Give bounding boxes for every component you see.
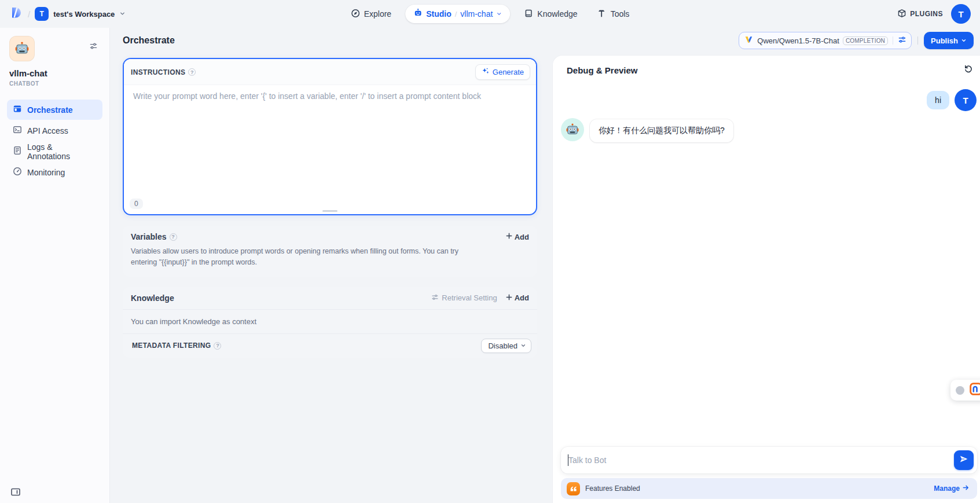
plus-icon: [505, 293, 513, 303]
variables-description: Variables allow users to introduce promp…: [123, 245, 493, 277]
chat-footer: Features Enabled Manage: [561, 447, 977, 499]
text-caret: [568, 454, 568, 466]
resize-handle[interactable]: [322, 210, 337, 212]
model-params-icon[interactable]: [898, 35, 906, 46]
chevron-down-icon: [520, 342, 526, 350]
plus-icon: [505, 232, 513, 241]
sidebar-item-api-access[interactable]: API Access: [7, 120, 102, 141]
help-icon[interactable]: [170, 233, 177, 241]
book-icon: [524, 9, 533, 20]
instructions-title: INSTRUCTIONS: [131, 68, 185, 76]
bot-message-bubble: 你好！有什么问题我可以帮助你吗?: [590, 119, 733, 142]
prompt-placeholder: Write your prompt word here, enter '{' t…: [133, 91, 481, 101]
generate-label: Generate: [493, 68, 524, 76]
help-icon[interactable]: [188, 68, 196, 76]
add-variable-button[interactable]: Add: [505, 232, 529, 241]
user-message-bubble: hi: [927, 91, 949, 109]
retrieval-setting-label: Retrieval Setting: [442, 293, 497, 302]
hammer-icon: [597, 9, 607, 20]
package-icon: [897, 9, 906, 20]
chat-input[interactable]: [561, 447, 977, 473]
gauge-icon: [13, 167, 22, 178]
robot-icon: [413, 8, 423, 20]
explore-icon: [351, 9, 360, 20]
model-selector[interactable]: Qwen/Qwen1.5-7B-Chat COMPLETION: [739, 32, 912, 49]
sidebar-item-label: API Access: [27, 126, 68, 135]
add-knowledge-button[interactable]: Add: [505, 293, 529, 303]
instructions-card: INSTRUCTIONS Generate Write your prompt …: [123, 58, 537, 215]
page-title: Orchestrate: [123, 35, 175, 46]
model-mode-badge: COMPLETION: [843, 36, 888, 45]
sidebar-item-label: Orchestrate: [27, 105, 73, 115]
nav-current-app[interactable]: vllm-chat: [460, 9, 493, 19]
chat-area: hi T 你好！有什么问题我可以帮助你吗?: [561, 81, 977, 427]
dify-logo[interactable]: [9, 6, 23, 22]
nav-knowledge[interactable]: Knowledge: [518, 5, 583, 23]
nav-tools-label: Tools: [611, 9, 630, 19]
app-icon[interactable]: [9, 36, 35, 61]
model-name: Qwen/Qwen1.5-7B-Chat: [757, 36, 839, 45]
document-list-icon: [13, 146, 22, 157]
add-variable-label: Add: [515, 233, 529, 241]
metadata-filtering-row: METADATA FILTERING Disabled: [123, 333, 537, 358]
variables-title: Variables: [131, 232, 167, 241]
sidebar-item-label: Logs & Annotations: [27, 142, 97, 161]
sidebar-item-label: Monitoring: [27, 168, 65, 177]
chevron-down-icon[interactable]: [496, 9, 502, 19]
plugins-label: PLUGINS: [910, 10, 943, 18]
bot-chat-avatar: [561, 118, 584, 141]
knowledge-card: Knowledge Retrieval Setting Add You can …: [123, 287, 537, 358]
sidebar-item-monitoring[interactable]: Monitoring: [7, 162, 102, 182]
debug-preview-title: Debug & Preview: [567, 65, 638, 75]
terminal-icon: [13, 125, 22, 136]
extension-logo-icon[interactable]: [970, 383, 980, 398]
publish-button[interactable]: Publish: [924, 32, 974, 49]
app-type-label: CHATBOT: [9, 80, 100, 87]
sidebar-item-orchestrate[interactable]: Orchestrate: [7, 100, 102, 120]
user-chat-avatar: T: [955, 89, 977, 111]
prompt-editor[interactable]: Write your prompt word here, enter '{' t…: [124, 85, 536, 107]
nav-studio-label: Studio: [426, 9, 452, 19]
collapse-sidebar-icon[interactable]: [10, 487, 21, 500]
nav-tools[interactable]: Tools: [592, 5, 636, 23]
manage-features-link[interactable]: Manage: [934, 484, 970, 493]
plugins-button[interactable]: PLUGINS: [897, 9, 943, 20]
knowledge-description: You can import Knowledge as context: [123, 309, 537, 333]
retrieval-setting-button[interactable]: Retrieval Setting: [431, 293, 497, 303]
orchestrate-icon: [13, 104, 22, 115]
sidebar-menu: Orchestrate API Access Logs & Annotation…: [0, 100, 109, 182]
app-settings-icon[interactable]: [89, 42, 98, 53]
workspace-name[interactable]: test's Workspace: [53, 10, 115, 19]
extension-floating-pill[interactable]: [950, 380, 980, 401]
nav-explore-label: Explore: [364, 9, 391, 19]
user-avatar[interactable]: T: [951, 4, 971, 24]
features-icon: [567, 482, 580, 495]
sparkles-icon: [482, 67, 490, 77]
extension-dot-icon[interactable]: [956, 386, 964, 395]
help-icon[interactable]: [214, 342, 221, 350]
add-knowledge-label: Add: [515, 293, 529, 302]
char-count-badge: 0: [130, 199, 143, 209]
metadata-filtering-value: Disabled: [488, 342, 517, 350]
restart-conversation-icon[interactable]: [961, 62, 975, 78]
manage-label: Manage: [934, 484, 960, 493]
nav-studio-active[interactable]: Studio / vllm-chat: [405, 5, 510, 23]
generate-button[interactable]: Generate: [475, 64, 530, 80]
chat-message-user: hi T: [561, 89, 977, 111]
paper-plane-icon: [959, 454, 968, 466]
pill-divider: /: [455, 10, 457, 19]
chevron-down-icon: [961, 36, 967, 45]
variables-card: Variables Add Variables allow users to i…: [123, 226, 537, 277]
arrow-right-icon: [962, 484, 970, 493]
send-button[interactable]: [954, 450, 974, 470]
metadata-filtering-select[interactable]: Disabled: [481, 339, 531, 353]
chevron-down-icon[interactable]: [119, 9, 126, 19]
sidebar-item-logs-annotations[interactable]: Logs & Annotations: [7, 141, 102, 161]
debug-preview-panel: Debug & Preview hi T 你好！有什么问题我可以帮助你吗?: [553, 56, 980, 503]
nav-explore[interactable]: Explore: [345, 5, 397, 23]
features-label: Features Enabled: [585, 484, 640, 493]
orchestrate-pane: INSTRUCTIONS Generate Write your prompt …: [110, 56, 553, 503]
workspace-avatar[interactable]: T: [35, 7, 49, 21]
app-name: vllm-chat: [9, 68, 100, 78]
publish-label: Publish: [931, 36, 958, 45]
